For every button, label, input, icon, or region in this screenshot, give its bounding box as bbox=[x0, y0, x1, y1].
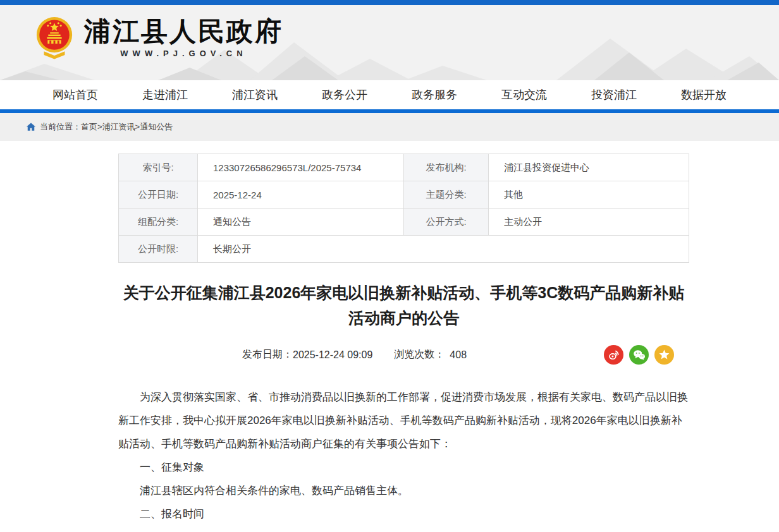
nav-item-pujiang-news[interactable]: 浦江资讯 bbox=[232, 87, 278, 102]
nav-item-home[interactable]: 网站首页 bbox=[52, 87, 98, 102]
info-label-topic-category: 主题分类: bbox=[404, 181, 489, 209]
info-value-group-category: 通知公告 bbox=[198, 209, 404, 236]
wechat-share-icon[interactable] bbox=[629, 345, 649, 365]
article-paragraph: 2025年12月24日—2026年12月10日 bbox=[118, 526, 689, 532]
table-row: 公开日期: 2025-12-24 主题分类: 其他 bbox=[119, 181, 689, 209]
article-paragraph: 二、报名时间 bbox=[118, 502, 689, 526]
article-meta: 发布日期： 2025-12-24 09:09 浏览次数： 408 bbox=[242, 348, 467, 361]
article-paragraph: 一、征集对象 bbox=[118, 456, 689, 479]
table-row: 索引号: 12330726586296573L/2025-75734 发布机构:… bbox=[119, 154, 689, 181]
table-row: 公开时限: 长期公开 bbox=[119, 236, 689, 263]
nav-item-gov-disclosure[interactable]: 政务公开 bbox=[322, 87, 367, 102]
view-count-value: 408 bbox=[450, 349, 467, 361]
nav-item-open-data[interactable]: 数据开放 bbox=[681, 87, 727, 102]
view-count-label: 浏览次数： bbox=[394, 348, 445, 361]
breadcrumb-path[interactable]: 首页>浦江资讯>通知公告 bbox=[81, 121, 173, 133]
nav-item-about-pujiang[interactable]: 走进浦江 bbox=[142, 87, 188, 102]
publish-date-value: 2025-12-24 09:09 bbox=[293, 349, 372, 361]
document-info-table: 索引号: 12330726586296573L/2025-75734 发布机构:… bbox=[118, 154, 689, 263]
home-icon bbox=[27, 123, 35, 131]
info-label-group-category: 组配分类: bbox=[119, 209, 198, 236]
page-title: 关于公开征集浦江县2026年家电以旧换新补贴活动、手机等3C数码产品购新补贴活动… bbox=[118, 280, 689, 330]
site-logo[interactable]: 浦江县人民政府 WWW.PJ.GOV.CN bbox=[0, 5, 307, 59]
site-url: WWW.PJ.GOV.CN bbox=[84, 49, 283, 58]
nav-item-investment[interactable]: 投资浦江 bbox=[591, 87, 637, 102]
info-label-index-number: 索引号: bbox=[119, 154, 198, 181]
share-buttons bbox=[604, 345, 674, 365]
site-header: 浦江县人民政府 WWW.PJ.GOV.CN bbox=[0, 5, 779, 80]
nav-item-gov-services[interactable]: 政务服务 bbox=[412, 87, 457, 102]
publish-date-label: 发布日期： bbox=[242, 348, 293, 361]
info-value-publish-date: 2025-12-24 bbox=[198, 181, 404, 209]
info-value-issuing-agency: 浦江县投资促进中心 bbox=[489, 154, 689, 181]
table-row: 组配分类: 通知公告 公开方式: 主动公开 bbox=[119, 209, 689, 236]
qzone-share-icon[interactable] bbox=[654, 345, 674, 365]
info-label-issuing-agency: 发布机构: bbox=[404, 154, 489, 181]
info-value-index-number: 12330726586296573L/2025-75734 bbox=[198, 154, 404, 181]
breadcrumb: 当前位置： 首页>浦江资讯>通知公告 bbox=[0, 113, 779, 141]
main-nav: 网站首页 走进浦江 浦江资讯 政务公开 政务服务 互动交流 投资浦江 数据开放 bbox=[0, 80, 779, 109]
weibo-share-icon[interactable] bbox=[604, 345, 623, 365]
china-national-emblem-icon bbox=[35, 15, 74, 59]
article-paragraph: 为深入贯彻落实国家、省、市推动消费品以旧换新的工作部署，促进消费市场发展，根据有… bbox=[118, 385, 689, 456]
info-value-disclosure-method: 主动公开 bbox=[489, 209, 689, 236]
article-body: 为深入贯彻落实国家、省、市推动消费品以旧换新的工作部署，促进消费市场发展，根据有… bbox=[118, 385, 689, 532]
info-label-disclosure-method: 公开方式: bbox=[404, 209, 489, 236]
info-value-disclosure-period: 长期公开 bbox=[198, 236, 689, 263]
top-accent-bar bbox=[0, 0, 779, 5]
breadcrumb-label: 当前位置： bbox=[40, 121, 81, 133]
site-name: 浦江县人民政府 bbox=[84, 16, 283, 47]
article-meta-row: 发布日期： 2025-12-24 09:09 浏览次数： 408 bbox=[118, 345, 689, 365]
info-label-publish-date: 公开日期: bbox=[119, 181, 198, 209]
article-paragraph: 浦江县辖区内符合相关条件的家电、数码产品销售主体。 bbox=[118, 479, 689, 502]
info-label-disclosure-period: 公开时限: bbox=[119, 236, 198, 263]
nav-item-interaction[interactable]: 互动交流 bbox=[501, 87, 547, 102]
info-value-topic-category: 其他 bbox=[489, 181, 689, 209]
article-content: 索引号: 12330726586296573L/2025-75734 发布机构:… bbox=[118, 154, 689, 532]
